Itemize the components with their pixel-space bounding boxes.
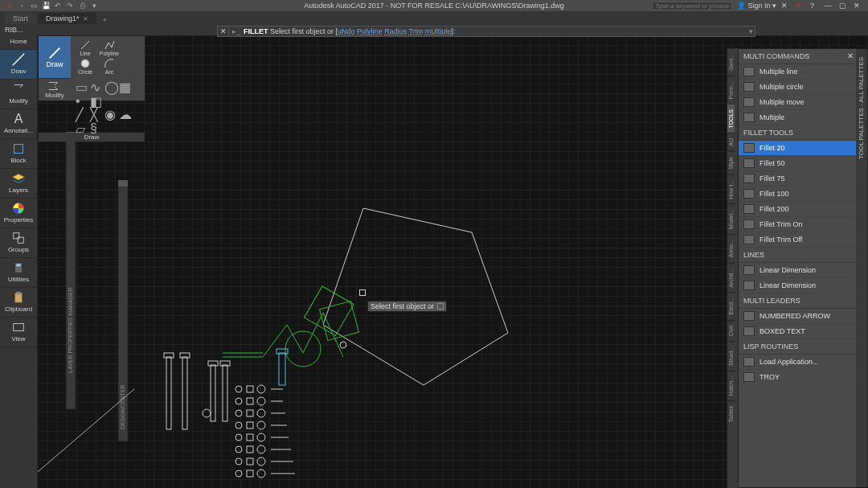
palette-item[interactable]: Fillet 50 (739, 156, 856, 171)
search-input[interactable] (652, 2, 732, 10)
svg-rect-68 (18, 237, 23, 243)
svg-rect-23 (223, 365, 227, 421)
revision-icon[interactable]: ☁ (119, 107, 129, 117)
help-icon[interactable]: A (796, 2, 805, 10)
palette-item[interactable]: Fillet Trim On (739, 217, 856, 232)
svg-rect-73 (14, 324, 24, 331)
lt-groups[interactable]: Groups (0, 228, 37, 258)
xline-icon[interactable]: ╳ (90, 107, 100, 117)
save-icon[interactable]: 💾 (41, 1, 51, 10)
lt-layers[interactable]: Layers (0, 169, 37, 199)
tab-start[interactable]: Start (5, 13, 36, 24)
undo-icon[interactable]: ↶ (53, 1, 63, 10)
help-q-icon[interactable]: ? (810, 2, 820, 10)
ribbon-tab[interactable]: RIB... (5, 26, 23, 34)
palette-item[interactable]: Fillet Trim Off (739, 232, 856, 248)
lt-block[interactable]: Block (0, 139, 37, 169)
ptab-3[interactable]: AU (727, 133, 735, 151)
ptab-9[interactable]: Elect... (727, 292, 735, 319)
donut-icon[interactable]: ◉ (104, 107, 114, 117)
ptab-4[interactable]: Style (727, 151, 735, 174)
ptab-12[interactable]: Hatch... (727, 371, 735, 400)
svg-rect-15 (279, 353, 285, 385)
ptab-1[interactable]: Form... (727, 76, 735, 104)
cmdline-chevron-icon[interactable]: ▸_ (229, 27, 244, 35)
palette-item[interactable]: BOXED TEXT (739, 324, 856, 339)
lt-properties[interactable]: Properties (0, 199, 37, 228)
sign-in-button[interactable]: 👤 Sign In ▾ (737, 2, 776, 10)
ptab-7[interactable]: Anno... (727, 234, 735, 262)
tool-circle[interactable]: Circle (74, 58, 96, 75)
helix-icon[interactable]: § (90, 121, 100, 131)
lt-modify[interactable]: Modify (0, 80, 37, 109)
ptab-10[interactable]: Civil (727, 320, 735, 341)
ptab-5[interactable]: How t... (727, 174, 735, 204)
palette-item-label: Fillet 20 (760, 144, 785, 152)
point-icon[interactable]: • (76, 94, 85, 104)
new-tab-button[interactable]: + (98, 16, 112, 24)
close-icon[interactable]: ✕ (854, 2, 863, 10)
lt-utilities[interactable]: Utilities (0, 258, 37, 288)
maximize-icon[interactable]: ▢ (839, 2, 849, 10)
qat-dropdown-icon[interactable]: ▾ (89, 1, 99, 10)
palette-item[interactable]: TROY (739, 370, 856, 385)
tab-drawing[interactable]: Drawing1*✕ (38, 13, 96, 24)
tooltip-dropdown-icon[interactable] (437, 303, 444, 310)
tool-arc[interactable]: Arc (98, 58, 121, 75)
ellipse-icon[interactable]: ◯ (104, 80, 114, 89)
ptab-8[interactable]: Archit... (727, 263, 735, 293)
cmdline-handle-icon[interactable]: ▾ (749, 27, 753, 35)
print-icon[interactable]: ⎙ (77, 1, 87, 10)
region-icon[interactable]: ◧ (90, 94, 100, 104)
palette-item[interactable]: Fillet 100 (739, 187, 856, 202)
spline-icon[interactable]: ∿ (90, 80, 100, 89)
ptab-13[interactable]: Tables (727, 400, 735, 427)
pick-cursor (359, 289, 366, 296)
palette-title-bar[interactable]: TOOL PALETTES - ALL PALETTES (856, 49, 867, 487)
palette-item[interactable]: Multiple line (739, 64, 856, 80)
palette-item[interactable]: Fillet 75 (739, 171, 856, 187)
draw-line-main-button[interactable]: Draw (39, 36, 71, 78)
svg-rect-17 (166, 357, 171, 429)
command-line[interactable]: ✕ ▸_ FILLET Select first object or [uNdo… (217, 26, 755, 37)
draw-sub-tools-2: ╱ ╳ ◉ ☁ ▱ § (71, 105, 145, 133)
palette-item[interactable]: NUMBERED ARROW (739, 309, 856, 324)
redo-icon[interactable]: ↷ (65, 1, 75, 10)
lt-home[interactable]: Home (0, 35, 37, 50)
palette-item[interactable]: Multiple move (739, 95, 856, 110)
ptab-11[interactable]: Struct... (727, 341, 735, 371)
minimize-icon[interactable]: — (825, 2, 834, 10)
tab-close-icon[interactable]: ✕ (83, 15, 88, 23)
palette-item[interactable]: Multiple circle (739, 80, 856, 95)
modify-button[interactable]: Modify (39, 78, 71, 133)
modify-icon (9, 82, 28, 96)
calculator-icon (9, 260, 28, 275)
palette-item[interactable]: Load Application... (739, 355, 856, 370)
cmdline-close-icon[interactable]: ✕ (218, 27, 229, 35)
exchange-icon[interactable]: ✕ (781, 2, 791, 10)
ptab-6[interactable]: Model... (727, 203, 735, 234)
palette-item[interactable]: Fillet 200 (739, 202, 856, 217)
lt-draw[interactable]: Draw (0, 50, 37, 80)
ray-icon[interactable]: ╱ (76, 107, 85, 117)
tool-polyline[interactable]: Polyline (98, 39, 121, 56)
palette-item[interactable]: Multiple (739, 110, 856, 125)
ptab-0[interactable]: Genl... (727, 48, 735, 76)
svg-rect-38 (247, 422, 253, 429)
palette-section-title: LINES (739, 248, 856, 263)
palette-item[interactable]: Linear Dimension (739, 263, 856, 278)
new-icon[interactable]: ▫ (17, 1, 27, 10)
wipeout-icon[interactable]: ▱ (76, 121, 85, 131)
lt-annotation[interactable]: A Annotati... (0, 109, 37, 139)
palette-close-icon[interactable]: ✕ (847, 51, 854, 60)
palette-item[interactable]: Fillet 20 (739, 141, 856, 156)
ptab-2[interactable]: TOOLS (727, 104, 735, 133)
tool-line[interactable]: Line (74, 39, 96, 56)
svg-point-51 (257, 457, 265, 465)
palette-item[interactable]: Linear Dimension (739, 278, 856, 293)
lt-view[interactable]: View (0, 318, 37, 347)
open-icon[interactable]: ▭ (29, 1, 39, 10)
lt-clipboard[interactable]: Clipboard (0, 288, 37, 318)
rect-icon[interactable]: ▭ (76, 80, 85, 89)
hatch-icon[interactable]: ▦ (119, 80, 129, 89)
